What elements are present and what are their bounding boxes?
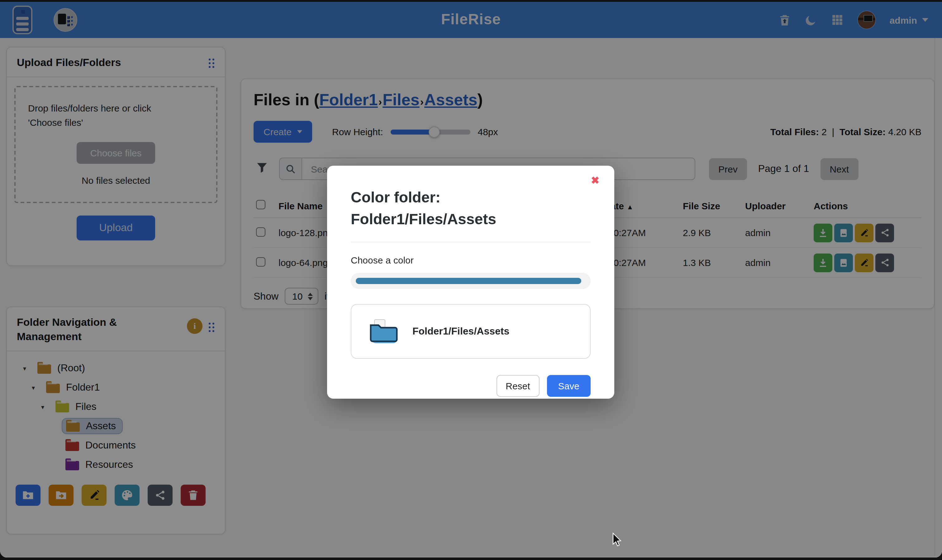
close-icon[interactable]: ✖ <box>591 174 599 186</box>
choose-color-label: Choose a color <box>351 254 591 265</box>
color-folder-modal: ✖ Color folder: Folder1/Files/Assets Cho… <box>327 166 614 398</box>
preview-folder-path: Folder1/Files/Assets <box>413 326 509 337</box>
open-folder-icon <box>368 317 400 345</box>
folder-color-preview: Folder1/Files/Assets <box>351 304 591 358</box>
browser-viewport: FileRise admin <box>0 2 942 557</box>
modal-title: Color folder: Folder1/Files/Assets <box>351 187 591 230</box>
divider <box>351 242 591 242</box>
mouse-cursor <box>613 532 625 546</box>
save-button[interactable]: Save <box>547 375 591 397</box>
color-slider-fill <box>356 277 581 284</box>
reset-button[interactable]: Reset <box>496 375 539 397</box>
color-slider[interactable] <box>351 272 591 289</box>
